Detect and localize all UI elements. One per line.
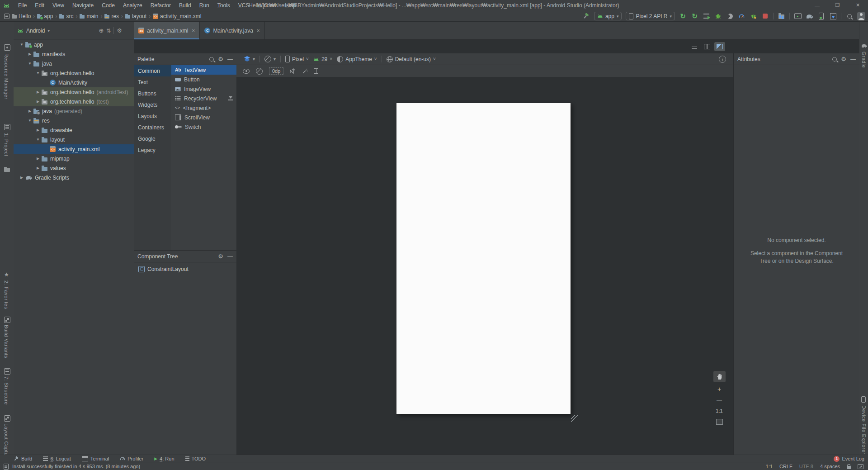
device-selector[interactable]: Pixel ˅ [285,56,309,62]
close-button[interactable]: ✕ [848,0,868,10]
pan-button[interactable] [712,371,726,382]
design-surface-selector[interactable]: ▾ [244,56,255,62]
split-view-icon[interactable] [702,42,712,51]
breadcrumb-res[interactable]: res [104,13,119,19]
locate-file-icon[interactable]: ⊕ [99,27,104,34]
gear-icon[interactable]: ⚙ [117,27,122,34]
tree-row-gradle-scripts[interactable]: ▶ Gradle Scripts [14,173,134,182]
palette-category-legacy[interactable]: Legacy [134,144,171,156]
toolwindow-terminal[interactable]: Terminal [82,456,109,461]
tree-row-activity-main-xml[interactable]: <>activity_main.xml [14,144,134,154]
palette-category-buttons[interactable]: Buttons [134,88,171,99]
theme-selector[interactable]: AppTheme ˅ [337,56,377,62]
tree-row-mipmap[interactable]: ▶mipmap [14,154,134,163]
toolwindow-build[interactable]: Build [14,456,32,461]
profile-icon[interactable] [857,12,865,20]
apply-changes-icon[interactable]: ↻ [679,12,687,20]
tree-row-manifests[interactable]: ▶manifests [14,49,134,59]
tree-row-drawable[interactable]: ▶drawable [14,125,134,135]
stripe-favorites[interactable]: 2: Favorites [4,280,9,309]
gear-icon[interactable]: ⚙ [218,253,223,260]
palette-item-switch[interactable]: Switch [171,122,236,132]
autoconnect-off-icon[interactable] [256,68,263,75]
menu-analyze[interactable]: Analyze [119,0,146,11]
menu-refactor[interactable]: Refactor [146,0,175,11]
breadcrumb-src[interactable]: src [59,13,73,19]
search-everywhere-icon[interactable] [845,12,853,20]
palette-item-button[interactable]: Button [171,75,236,84]
memory-indicator-icon[interactable] [858,464,863,469]
api-version-selector[interactable]: 29 ˅ [313,56,332,62]
code-view-icon[interactable] [689,42,700,51]
breadcrumb-project[interactable]: Hello [12,13,31,19]
toolwindow-todo[interactable]: TODO [185,456,206,461]
render-issues-icon[interactable]: i [719,56,726,63]
debug-icon[interactable] [714,12,722,20]
stripe-structure[interactable]: 7: Structure [4,376,9,405]
tab-activity-main-xml[interactable]: <> activity_main.xml × [134,22,200,39]
breadcrumb-app[interactable]: app [37,13,53,19]
device-dropdown[interactable]: Pixel 2 API R ▾ [626,12,675,20]
resource-manager-icon[interactable] [4,44,10,51]
close-tab-icon[interactable]: × [257,28,260,34]
run-icon[interactable] [703,12,710,20]
stripe-resource-manager[interactable]: Resource Manager [4,53,9,100]
device-file-explorer-icon[interactable] [861,396,866,403]
gradle-icon[interactable] [861,43,867,48]
tree-row-java[interactable]: ▼java [14,59,134,68]
gradle-sync-icon[interactable] [806,12,813,20]
lock-icon[interactable] [847,466,851,469]
palette-category-layouts[interactable]: Layouts [134,110,171,122]
palette-item-fragment[interactable]: <> <fragment> [171,103,236,113]
hide-panel-icon[interactable]: — [125,28,130,34]
hide-panel-icon[interactable]: — [850,56,856,62]
stripe-device-file-explorer[interactable]: Device File Explorer [861,405,867,454]
indent-indicator[interactable]: 4 spaces [820,464,840,469]
tree-row-res[interactable]: ▼res [14,116,134,125]
palette-category-google[interactable]: Google [134,133,171,144]
gear-icon[interactable]: ⚙ [218,56,223,62]
structure-icon[interactable] [4,368,10,375]
menu-navigate[interactable]: Navigate [68,0,98,11]
device-canvas[interactable] [396,103,571,414]
download-icon[interactable] [228,96,233,101]
infer-constraints-icon[interactable] [302,68,308,74]
design-view-icon[interactable] [714,42,725,51]
locale-selector[interactable]: Default (en-us) ˅ [387,56,436,62]
status-message[interactable]: Install successfully finished in 4 s 953… [12,464,140,469]
gear-icon[interactable]: ⚙ [841,56,846,62]
default-margin-selector[interactable]: 0dp [269,67,283,75]
orientation-selector[interactable]: ▾ [264,56,276,62]
project-view-selector[interactable]: Android [26,28,45,34]
line-separator-indicator[interactable]: CRLF [779,464,793,469]
caret-position[interactable]: 1:1 [766,464,773,469]
search-icon[interactable] [832,57,837,62]
view-options-icon[interactable] [243,69,250,74]
tree-row-app[interactable]: ▼app [14,40,134,49]
close-tab-icon[interactable]: × [192,28,195,34]
tree-row-package[interactable]: ▼org.techtown.hello [14,68,134,78]
breadcrumb-main[interactable]: main [80,13,98,19]
toolwindow-run[interactable]: ▶ 4: Run [154,456,174,461]
zoom-to-fit-button[interactable] [712,419,726,425]
maximize-button[interactable]: ❐ [827,0,848,10]
menu-edit[interactable]: Edit [31,0,48,11]
palette-category-widgets[interactable]: Widgets [134,99,171,110]
encoding-indicator[interactable]: UTF-8 [799,464,813,469]
menu-file[interactable]: File [14,0,31,11]
clear-constraints-icon[interactable] [290,68,296,74]
minimize-button[interactable]: — [807,0,827,10]
tree-row-values[interactable]: ▶values [14,163,134,173]
tree-row-layout[interactable]: ▼layout [14,135,134,144]
avd-manager-icon[interactable] [817,12,825,20]
component-tree-row-constraintlayout[interactable]: ConstraintLayout [134,264,236,274]
zoom-to-100-button[interactable]: 1:1 [712,408,726,413]
palette-category-containers[interactable]: Containers [134,122,171,133]
stop-icon[interactable] [761,12,769,20]
tree-row-mainactivity[interactable]: CMainActivity [14,78,134,87]
menu-code[interactable]: Code [98,0,119,11]
hide-panel-icon[interactable]: — [227,56,233,62]
toolwindow-logcat[interactable]: 6: Logcat [43,456,71,461]
toolwindow-profiler[interactable]: Profiler [120,456,143,461]
build-variants-icon[interactable] [4,317,10,323]
